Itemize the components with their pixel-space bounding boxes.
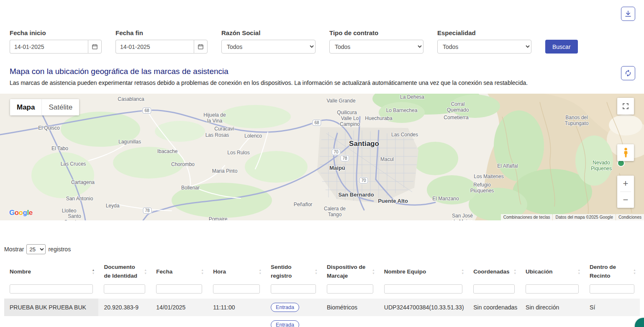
map-place-label: Valle Lo Campino — [340, 115, 360, 128]
sort-carets: ▲▼ — [577, 268, 580, 275]
table-section: Mostrar 25 registros Nombre▲▼Documento d… — [0, 243, 644, 327]
map-place-label: Banos del Tupungato — [565, 115, 589, 127]
map-attribution-item: Datos del mapa ©2025 Google — [553, 214, 615, 220]
filters-section: Fecha inicio Fecha fin Razón — [0, 0, 644, 54]
sort-carets: ▲▼ — [259, 268, 262, 275]
route-shield: 78 — [143, 207, 151, 214]
map-place-label: Valle Grande — [326, 98, 355, 104]
map-attribution-item[interactable]: Condiciones — [616, 214, 644, 220]
page-size-select[interactable]: 25 — [26, 244, 46, 254]
tipo-contrato-select[interactable]: Todos — [329, 40, 423, 54]
column-header-ubicacion[interactable]: Ubicación▲▼ — [520, 260, 584, 284]
column-filter-dispositivo-de-marcaje[interactable] — [327, 284, 373, 294]
column-header-documento-de-identidad[interactable]: Documento de Identidad▲▼ — [98, 260, 151, 284]
column-header-hora[interactable]: Hora▲▼ — [208, 260, 265, 284]
column-header-coordenadas[interactable]: Coordenadas▲▼ — [468, 260, 520, 284]
map-place-label: El Tabo — [51, 146, 68, 151]
column-filter-coordenadas[interactable] — [473, 284, 515, 294]
sort-carets: ▲▼ — [513, 268, 516, 275]
map-place-label: El Quisco — [38, 125, 59, 131]
razon-social-select[interactable]: Todos — [221, 40, 316, 54]
map-type-satellite-button[interactable]: Satélite — [41, 99, 79, 115]
calendar-icon — [92, 43, 98, 50]
column-filter-hora[interactable] — [213, 284, 260, 294]
razon-social-label: Razón Social — [221, 29, 316, 36]
refresh-button[interactable] — [621, 66, 635, 80]
map-place-label: Cometierra — [444, 115, 468, 120]
map-place-label: Casablanca — [118, 96, 144, 102]
zoom-out-button[interactable]: − — [617, 192, 634, 208]
table-body: PRUEBA BUK PRUEBA BUK20.920.383-914/01/2… — [4, 299, 640, 327]
filter-tipo-contrato: Tipo de contrato Todos — [329, 29, 423, 54]
map-place-label: Pomaire — [209, 216, 228, 220]
map-place-label: San Antonio — [66, 196, 93, 202]
zoom-in-button[interactable]: + — [617, 176, 634, 192]
map-type-map-button[interactable]: Mapa — [10, 99, 41, 115]
column-filter-sentido-registro[interactable] — [271, 284, 316, 294]
especialidad-label: Especialidad — [437, 29, 531, 36]
table-header-row: Nombre▲▼Documento de Identidad▲▼Fecha▲▼H… — [4, 260, 640, 284]
map-place-label: Maria Pinto — [212, 168, 238, 174]
column-filter-documento-de-identidad[interactable] — [104, 284, 145, 294]
map-place-label: Huechuraba — [365, 115, 392, 121]
map-place-label: El Alfalfal — [497, 163, 518, 169]
column-filter-dentro-de-recinto[interactable] — [590, 284, 634, 294]
column-filter-fecha[interactable] — [156, 284, 202, 294]
fecha-fin-input[interactable] — [115, 40, 194, 54]
fecha-fin-calendar-button[interactable] — [194, 40, 208, 54]
filter-fecha-fin: Fecha fin — [115, 29, 208, 54]
map-attribution: Combinaciones de teclasDatos del mapa ©2… — [501, 214, 644, 220]
column-header-dentro-de-recinto[interactable]: Dentro de Recinto▲▼ — [584, 260, 640, 284]
sentido-registro-badge: Entrada — [271, 320, 299, 327]
table-filter-row — [4, 284, 640, 299]
route-shield: 70 — [359, 177, 368, 184]
filter-especialidad: Especialidad Todos — [437, 29, 531, 54]
fullscreen-button[interactable] — [617, 98, 634, 115]
table-row: Entrada — [4, 316, 640, 327]
route-shield: 70 — [331, 149, 340, 155]
column-header-fecha[interactable]: Fecha▲▼ — [151, 260, 208, 284]
map-place-label: Santiago — [349, 140, 379, 148]
column-header-dispositivo-de-marcaje[interactable]: Dispositivo de Marcaje▲▼ — [321, 260, 379, 284]
especialidad-select[interactable]: Todos — [437, 40, 531, 54]
filter-fecha-inicio: Fecha inicio — [10, 29, 102, 54]
sort-carets: ▲▼ — [92, 268, 95, 275]
tipo-contrato-label: Tipo de contrato — [329, 29, 423, 36]
fecha-inicio-calendar-button[interactable] — [88, 40, 102, 54]
pegman-icon — [623, 147, 629, 158]
column-header-nombre-equipo[interactable]: Nombre Equipo▲▼ — [379, 260, 468, 284]
sort-carets: ▲▼ — [461, 268, 464, 275]
map-place-label: Llolleo — [62, 208, 77, 214]
google-map[interactable]: CasablancaValle GrandeLa DehesaLo Barnec… — [0, 94, 644, 220]
map-place-label: Las Rosas — [205, 132, 229, 138]
map-place-label: Bollenar — [181, 185, 200, 191]
fecha-fin-label: Fecha fin — [115, 29, 208, 36]
sort-carets: ▲▼ — [144, 268, 147, 275]
records-label: registros — [48, 246, 71, 253]
map-place-label: Curacavi — [214, 126, 234, 132]
column-filter-ubicacion[interactable] — [526, 284, 579, 294]
pegman-button[interactable] — [617, 144, 634, 161]
show-label: Mostrar — [4, 246, 24, 253]
map-place-label: Puente Alto — [378, 198, 408, 204]
map-place-label: El Manzano — [432, 196, 459, 202]
column-filter-nombre[interactable] — [10, 284, 93, 294]
google-logo[interactable]: Google — [9, 209, 33, 217]
map-attribution-item[interactable]: Combinaciones de teclas — [501, 214, 553, 220]
buscar-button[interactable]: Buscar — [545, 40, 578, 54]
filter-razon-social: Razón Social Todos — [221, 29, 316, 54]
map-place-label: Los Rulos — [227, 150, 249, 156]
sort-carets: ▲▼ — [633, 268, 636, 275]
column-filter-nombre-equipo[interactable] — [384, 284, 462, 294]
table-length-control: Mostrar 25 registros — [4, 243, 640, 255]
fecha-inicio-input[interactable] — [10, 40, 88, 54]
column-header-sentido-registro[interactable]: Sentido registro▲▼ — [265, 260, 321, 284]
column-header-nombre[interactable]: Nombre▲▼ — [4, 260, 98, 284]
fecha-inicio-label: Fecha inicio — [10, 29, 102, 36]
download-button[interactable] — [621, 7, 635, 21]
map-place-label: Corral Quemado — [447, 101, 469, 113]
download-icon — [624, 10, 632, 18]
route-shield: 68 — [312, 120, 321, 126]
map-place-label: Calera de Tango — [324, 206, 346, 218]
map-place-label: Quilicura — [337, 110, 357, 115]
